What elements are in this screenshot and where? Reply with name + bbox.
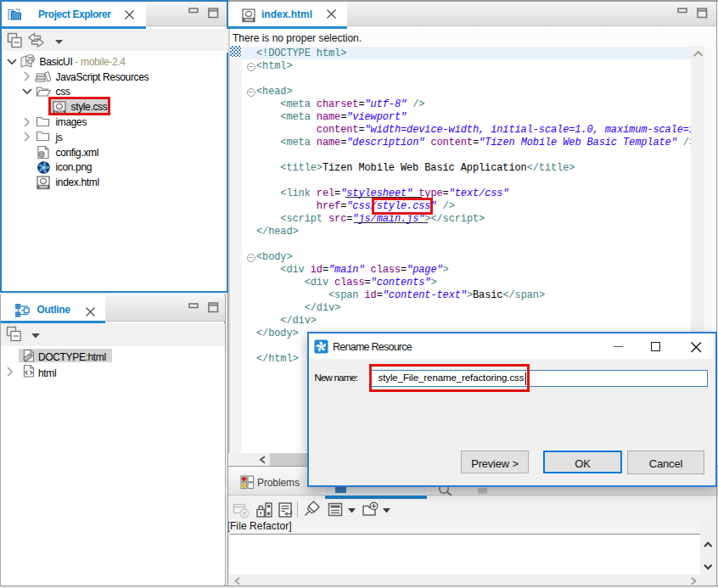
svg-text:html: html <box>244 18 253 22</box>
svg-text:html: html <box>39 185 48 189</box>
svg-text:JS: JS <box>27 55 35 61</box>
